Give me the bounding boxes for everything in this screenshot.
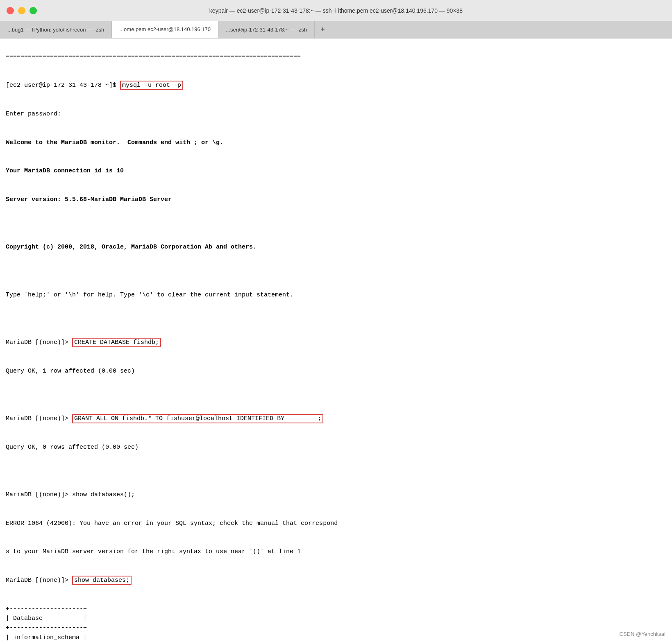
welcome-line: Welcome to the MariaDB monitor. Commands… xyxy=(6,139,223,146)
copyright-line: Copyright (c) 2000, 2018, Oracle, MariaD… xyxy=(6,244,257,251)
prompt-line-1: [ec2-user@ip-172-31-43-178 ~]$ mysql -u … xyxy=(6,81,183,90)
prompt-line-5: MariaDB [(none)]> show databases; xyxy=(6,576,132,585)
enter-password-line: Enter password: xyxy=(6,111,61,118)
connection-id-line: Your MariaDB connection id is 10 xyxy=(6,167,124,174)
maximize-button[interactable] xyxy=(30,7,37,14)
prompt-line-4: MariaDB [(none)]> show databases(); xyxy=(6,491,135,498)
traffic-lights xyxy=(7,7,37,14)
show-databases-command: show databases; xyxy=(72,576,132,585)
prompt-line-2: MariaDB [(none)]> CREATE DATABASE fishdb… xyxy=(6,338,161,347)
server-version-line: Server version: 5.5.68-MariaDB MariaDB S… xyxy=(6,196,172,203)
create-database-command: CREATE DATABASE fishdb; xyxy=(72,338,161,347)
tab-3[interactable]: ...ser@ip-172-31-43-178:~ — -zsh xyxy=(218,21,315,38)
error-line-2: s to your MariaDB server version for the… xyxy=(6,548,301,555)
window-title: keypair — ec2-user@ip-172-31-43-178:~ — … xyxy=(209,7,463,14)
query-ok-1: Query OK, 1 row affected (0.00 sec) xyxy=(6,368,135,375)
query-ok-2: Query OK, 0 rows affected (0.00 sec) xyxy=(6,444,138,451)
title-bar: keypair — ec2-user@ip-172-31-43-178:~ — … xyxy=(0,0,672,21)
grant-command: GRANT ALL ON fishdb.* TO fishuser@localh… xyxy=(72,414,323,423)
tab-bar: ...bug1 — IPython: yolo/fishrecon — -zsh… xyxy=(0,21,672,38)
minimize-button[interactable] xyxy=(18,7,25,14)
error-line-1: ERROR 1064 (42000): You have an error in… xyxy=(6,520,338,527)
tab-1[interactable]: ...bug1 — IPython: yolo/fishrecon — -zsh xyxy=(0,21,112,38)
watermark: CSDN @Yehchitsai xyxy=(620,631,665,637)
db-table-output: +--------------------+ | Database | +---… xyxy=(6,606,91,642)
help-line: Type 'help;' or '\h' for help. Type '\c'… xyxy=(6,292,293,298)
mysql-command: mysql -u root -p xyxy=(120,81,183,90)
new-tab-button[interactable]: + xyxy=(315,21,331,38)
terminal-output: ========================================… xyxy=(0,38,672,642)
separator-line: ========================================… xyxy=(6,53,301,60)
tab-2[interactable]: ...ome.pem ec2-user@18.140.196.170 xyxy=(112,21,218,38)
prompt-line-3: MariaDB [(none)]> GRANT ALL ON fishdb.* … xyxy=(6,414,323,423)
close-button[interactable] xyxy=(7,7,14,14)
